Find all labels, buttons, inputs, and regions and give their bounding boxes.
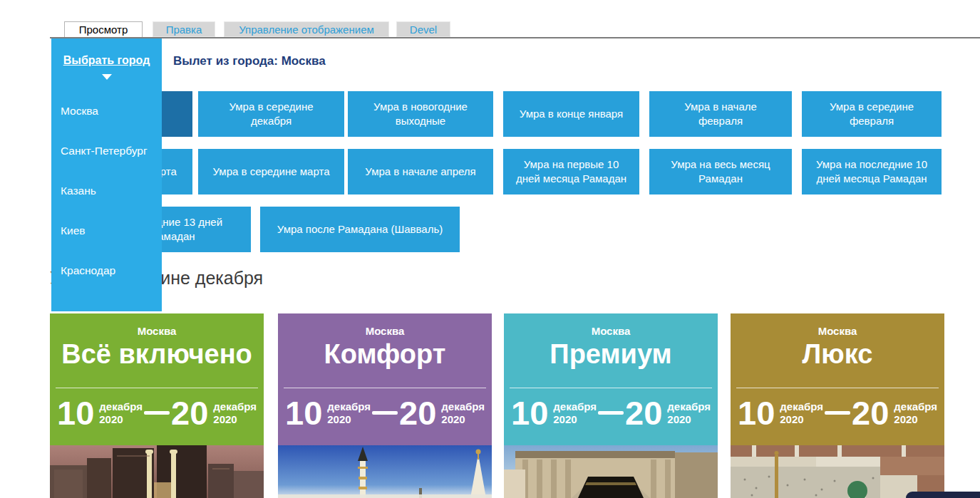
tour-button[interactable]: Умра в конце января: [503, 91, 639, 137]
city-option-krasnodar[interactable]: Краснодар: [51, 264, 162, 278]
card-photo-medina-aerial-crowds: [731, 445, 944, 498]
card-divider: [56, 388, 258, 388]
card-photo-kaaba-mecca: [504, 445, 718, 498]
date-range-dash-icon: [598, 411, 624, 415]
date-end-day: 20: [399, 396, 436, 430]
tab-edit[interactable]: Правка: [153, 21, 215, 37]
date-start-year: 2020: [99, 413, 123, 425]
city-dropdown: Выбрать город Москва Санкт-Петербург Каз…: [51, 38, 162, 311]
date-end-year: 2020: [441, 413, 465, 425]
tour-button[interactable]: Умра в середине марта: [198, 149, 344, 194]
tour-button[interactable]: Умра после Рамадана (Шавваль): [260, 207, 460, 252]
tour-button[interactable]: Умра на весь месяц Рамадан: [649, 149, 792, 194]
date-end-year: 2020: [667, 413, 691, 425]
page: Просмотр Правка Управление отображением …: [0, 0, 980, 498]
date-start-month: декабря: [99, 400, 143, 413]
card-photo-medina-minarets-blue-sky: [278, 445, 492, 498]
card-dates: 10 декабря 2020 20 декабря 2020: [511, 396, 711, 430]
card-dates: 10 декабря 2020 20 декабря 2020: [285, 396, 485, 430]
tour-button[interactable]: Умра на последние 10 дней месяца Рамадан: [802, 149, 942, 194]
card-title: Премиум: [504, 339, 718, 370]
date-end-month: декабря: [667, 400, 711, 413]
card-city-label: Москва: [731, 313, 944, 337]
date-range-dash-icon: [144, 411, 170, 415]
tab-view[interactable]: Просмотр: [64, 21, 143, 37]
date-start-day: 10: [57, 396, 94, 430]
card-dates: 10 декабря 2020 20 декабря 2020: [738, 396, 937, 430]
tab-devel[interactable]: Devel: [396, 21, 450, 37]
package-card-all-inclusive[interactable]: Москва Всё включено 10 декабря 2020 20 д…: [50, 313, 264, 498]
date-start-month: декабря: [780, 400, 823, 413]
date-start-day: 10: [511, 396, 548, 430]
card-divider: [736, 388, 939, 388]
package-card-premium[interactable]: Москва Премиум 10 декабря 2020 20 декабр…: [504, 313, 718, 498]
tab-display-management[interactable]: Управление отображением: [224, 21, 389, 37]
departure-city-title: Вылет из города: Москва: [173, 54, 326, 68]
date-start-month: декабря: [553, 400, 597, 413]
card-city-label: Москва: [50, 313, 264, 337]
date-start-year: 2020: [327, 413, 351, 425]
card-title: Люкс: [731, 339, 944, 370]
tour-button[interactable]: Умра в новогодние выходные: [348, 91, 493, 137]
city-option-saint-petersburg[interactable]: Санкт-Петербург: [51, 144, 162, 158]
tour-button[interactable]: Умра в середине декабря: [198, 91, 344, 137]
city-dropdown-label: Выбрать город: [63, 54, 150, 66]
date-end-month: декабря: [441, 400, 485, 413]
city-option-kazan[interactable]: Казань: [51, 184, 162, 198]
chat-widget[interactable]: [906, 492, 980, 498]
card-city-label: Москва: [504, 313, 718, 337]
date-range-dash-icon: [825, 411, 850, 415]
city-dropdown-menu: Москва Санкт-Петербург Казань Киев Красн…: [51, 104, 162, 278]
date-end-day: 20: [852, 396, 889, 430]
city-option-kiev[interactable]: Киев: [51, 224, 162, 238]
date-start-month: декабря: [327, 400, 371, 413]
card-title: Всё включено: [50, 339, 264, 370]
date-range-dash-icon: [372, 411, 398, 415]
card-divider: [284, 388, 486, 388]
card-title: Комфорт: [278, 339, 492, 370]
tour-button[interactable]: Умра на первые 10 дней месяца Рамадан: [503, 149, 639, 194]
date-end-month: декабря: [894, 400, 937, 413]
date-start-day: 10: [738, 396, 775, 430]
card-city-label: Москва: [278, 313, 492, 337]
card-photo-mecca-clock-tower-skyline-dusk: [50, 445, 264, 498]
tour-button[interactable]: Умра в начале февраля: [649, 91, 792, 137]
tour-button[interactable]: Умра в середине февраля: [802, 91, 942, 137]
city-option-moscow[interactable]: Москва: [51, 104, 162, 118]
package-card-comfort[interactable]: Москва Комфорт 10 декабря 2020 20 декабр…: [278, 313, 492, 498]
date-end-month: декабря: [213, 400, 257, 413]
date-end-year: 2020: [894, 413, 917, 425]
date-start-year: 2020: [553, 413, 577, 425]
date-end-year: 2020: [213, 413, 237, 425]
date-end-day: 20: [625, 396, 662, 430]
date-start-year: 2020: [780, 413, 803, 425]
city-dropdown-toggle[interactable]: Выбрать город: [51, 38, 162, 80]
package-card-lux[interactable]: Москва Люкс 10 декабря 2020 20 декабря 2…: [731, 313, 944, 498]
date-start-day: 10: [285, 396, 322, 430]
card-dates: 10 декабря 2020 20 декабря 2020: [57, 396, 257, 430]
tour-button[interactable]: Умра в начале апреля: [348, 149, 493, 194]
card-divider: [510, 388, 712, 388]
chevron-down-icon: [102, 74, 112, 80]
date-end-day: 20: [171, 396, 208, 430]
